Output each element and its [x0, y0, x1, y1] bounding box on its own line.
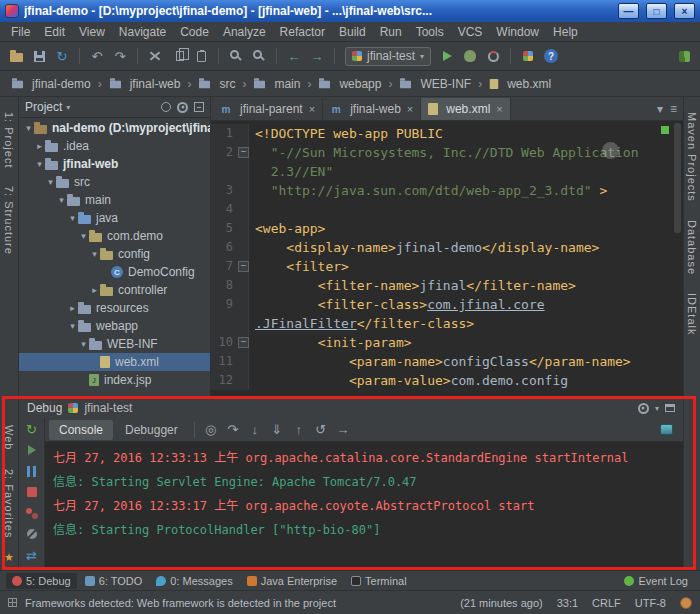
tabs-menu-icon[interactable] [670, 102, 677, 116]
close-icon[interactable]: × [496, 103, 502, 115]
tree-item-webapp[interactable]: ▾webapp [19, 317, 210, 335]
editor-code[interactable]: 1<!DOCTYPE web-app PUBLIC2 "-//Sun Micro… [211, 121, 683, 397]
run-config-select[interactable]: jfinal-test [345, 47, 431, 66]
find-icon[interactable] [226, 46, 246, 66]
minimize-button[interactable] [618, 3, 639, 19]
tab-console[interactable]: Console [49, 420, 113, 440]
replace-icon[interactable] [249, 46, 269, 66]
menu-item-vcs[interactable]: VCS [451, 23, 490, 41]
hector-icon[interactable] [680, 597, 692, 609]
tab-debugger[interactable]: Debugger [115, 420, 188, 440]
view-breakpoints-icon[interactable] [24, 506, 40, 520]
menu-item-code[interactable]: Code [173, 23, 216, 41]
tree-item-jfinal-web[interactable]: ▾jfinal-web [19, 155, 210, 173]
close-button[interactable] [674, 3, 695, 19]
stop-icon[interactable] [24, 485, 40, 499]
close-icon[interactable]: × [309, 103, 315, 115]
chevron-down-icon[interactable] [655, 404, 659, 413]
breadcrumb-item-src[interactable]: src [195, 75, 238, 93]
tree-item-controller[interactable]: ▸controller [19, 281, 210, 299]
menu-item-refactor[interactable]: Refactor [273, 23, 332, 41]
menu-item-help[interactable]: Help [546, 23, 585, 41]
breadcrumb-item-main[interactable]: main [250, 75, 303, 93]
gear-icon[interactable] [177, 102, 188, 113]
close-icon[interactable]: × [407, 103, 413, 115]
tool-button-7-structure[interactable]: 7: Structure [3, 186, 15, 255]
tool-button-1-project[interactable]: 1: Project [3, 112, 15, 168]
tree-item-index-jsp[interactable]: index.jsp [19, 371, 210, 389]
collapse-all-icon[interactable] [194, 102, 204, 112]
tree-item-resources[interactable]: ▸resources [19, 299, 210, 317]
open-icon[interactable] [6, 46, 26, 66]
paste-icon[interactable] [191, 46, 211, 66]
menu-item-window[interactable]: Window [489, 23, 546, 41]
breadcrumb-item-jfinal-web[interactable]: jfinal-web [106, 75, 184, 93]
mute-breakpoints-icon[interactable] [24, 527, 40, 541]
step-into-icon[interactable] [245, 420, 265, 440]
dashboard-icon[interactable] [518, 46, 538, 66]
debug-button[interactable] [460, 46, 480, 66]
tabs-dropdown-icon[interactable] [657, 102, 663, 116]
tree-item-src[interactable]: ▾src [19, 173, 210, 191]
run-to-cursor-icon[interactable] [333, 420, 353, 440]
help-icon[interactable] [541, 46, 561, 66]
redo-icon[interactable] [110, 46, 130, 66]
tree-item-com-demo[interactable]: ▾com.demo [19, 227, 210, 245]
console-output[interactable]: 七月 27, 2016 12:33:13 上午 org.apache.catal… [45, 442, 683, 570]
toolwindow-button-6-todo[interactable]: 6: TODO [79, 573, 149, 589]
locate-icon[interactable] [161, 102, 171, 112]
tree-item-web-xml[interactable]: web.xml [19, 353, 210, 371]
step-out-icon[interactable] [289, 420, 309, 440]
tree-item-democonfig[interactable]: DemoConfig [19, 263, 210, 281]
sync-icon[interactable] [52, 46, 72, 66]
tool-button-2-favorites[interactable]: 2: Favorites [3, 469, 15, 538]
menu-item-analyze[interactable]: Analyze [216, 23, 273, 41]
fold-marker[interactable] [237, 333, 249, 352]
save-all-icon[interactable] [29, 46, 49, 66]
force-step-into-icon[interactable] [267, 420, 287, 440]
toolwindow-button-event-log[interactable]: Event Log [618, 573, 694, 589]
step-over-icon[interactable] [223, 420, 243, 440]
toolwindow-button-5-debug[interactable]: 5: Debug [6, 573, 77, 589]
tree-item-web-inf[interactable]: ▾WEB-INF [19, 335, 210, 353]
toolwindow-button-terminal[interactable]: Terminal [345, 573, 413, 589]
menu-item-view[interactable]: View [72, 23, 112, 41]
forward-icon[interactable] [307, 46, 327, 66]
scrollbar[interactable] [674, 123, 681, 233]
console-options-icon[interactable] [660, 424, 673, 435]
rerun-icon[interactable] [24, 422, 40, 436]
breadcrumb-item-webapp[interactable]: webapp [315, 75, 384, 93]
tool-button-idetalk[interactable]: IDEtalk [686, 293, 698, 335]
undo-icon[interactable] [87, 46, 107, 66]
tree-item-java[interactable]: ▾java [19, 209, 210, 227]
pause-icon[interactable] [24, 464, 40, 478]
project-structure-icon[interactable] [674, 46, 694, 66]
fold-marker[interactable] [237, 143, 249, 162]
caret-position[interactable]: 33:1 [557, 597, 578, 609]
toolwindow-switcher-icon[interactable] [8, 598, 17, 607]
tool-button-maven-projects[interactable]: Maven Projects [686, 112, 698, 202]
line-separator[interactable]: CRLF [592, 597, 621, 609]
tree-item-config[interactable]: ▾config [19, 245, 210, 263]
menu-item-tools[interactable]: Tools [409, 23, 451, 41]
editor-tab-jfinal-parent[interactable]: jfinal-parent× [213, 98, 323, 120]
run-button[interactable] [437, 46, 457, 66]
tree-item-nal-demo-d-myproject-jfinal-d[interactable]: ▾nal-demo (D:\myproject\jfinal-d [19, 119, 210, 137]
resume-icon[interactable] [24, 443, 40, 457]
coverage-button[interactable] [483, 46, 503, 66]
maximize-button[interactable] [646, 3, 667, 19]
toolwindow-button-java-enterprise[interactable]: Java Enterprise [241, 573, 343, 589]
project-tree[interactable]: ▾nal-demo (D:\myproject\jfinal-d▸.idea▾j… [19, 118, 210, 397]
breadcrumb-item-web-inf[interactable]: WEB-INF [396, 75, 474, 93]
drop-frame-icon[interactable] [311, 420, 331, 440]
show-execution-point-icon[interactable] [201, 420, 221, 440]
menu-item-run[interactable]: Run [373, 23, 409, 41]
copy-icon[interactable] [168, 46, 188, 66]
breadcrumb-item-web-xml[interactable]: web.xml [486, 75, 554, 93]
editor-tab-jfinal-web[interactable]: jfinal-web× [323, 98, 421, 120]
project-panel-title[interactable]: Project [25, 100, 62, 114]
breadcrumb-item-jfinal-demo[interactable]: jfinal-demo [8, 75, 94, 93]
tree-item-main[interactable]: ▾main [19, 191, 210, 209]
cut-icon[interactable] [145, 46, 165, 66]
tool-button-database[interactable]: Database [686, 220, 698, 275]
